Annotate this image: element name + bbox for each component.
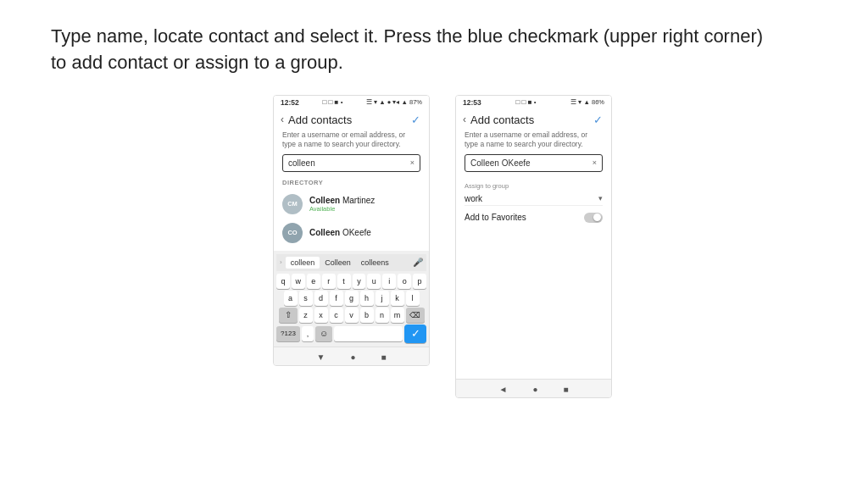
right-assign-group-section: Assign to group work ▾	[456, 179, 611, 208]
key-n[interactable]: n	[376, 308, 389, 323]
key-c[interactable]: c	[330, 308, 343, 323]
key-w[interactable]: w	[292, 274, 305, 289]
right-header-title: Add contacts	[470, 114, 534, 126]
key-b[interactable]: b	[360, 308, 374, 323]
left-contact-name-2: Colleen OKeefe	[309, 228, 371, 237]
key-x[interactable]: x	[314, 308, 328, 323]
left-nav-recents[interactable]: ■	[381, 352, 386, 362]
key-o[interactable]: o	[398, 274, 411, 289]
left-status-bar: 12:52 □ □ ■ • ☰ ▾ ▲ ● ▾◂ ▲ 87%	[274, 96, 429, 109]
key-m[interactable]: m	[391, 308, 404, 323]
key-u[interactable]: u	[367, 274, 381, 289]
right-assign-group-label: Assign to group	[465, 182, 603, 190]
left-subtitle: Enter a username or email address, or ty…	[274, 130, 429, 154]
right-favorites-label: Add to Favorites	[465, 213, 526, 222]
right-nav-bar-bottom: ◄ ● ■	[456, 379, 611, 397]
left-chevron-icon: ‹	[281, 114, 284, 125]
instruction-text: Type name, locate contact and select it.…	[51, 24, 780, 76]
left-nav-back[interactable]: ▼	[317, 352, 326, 362]
left-key-row-2: a s d f g h j k l	[276, 291, 426, 306]
left-contact-item-1[interactable]: CM Colleen Martinez Available	[274, 190, 429, 219]
right-status-bar: 12:53 □ □ ■ • ☰ ▾ ▲ 86%	[456, 96, 611, 109]
key-s[interactable]: s	[299, 291, 313, 306]
right-search-value: Colleen OKeefe	[470, 158, 531, 168]
right-group-name: work	[465, 194, 482, 203]
left-contact-avatar-1: CM	[282, 194, 303, 214]
left-contact-status-1: Available	[309, 205, 375, 213]
left-key-row-3: ⇧ z x c v b n m ⌫	[276, 308, 426, 323]
left-contact-name-1: Colleen Martinez	[309, 196, 375, 205]
right-clear-button[interactable]: ×	[593, 158, 597, 167]
left-nav-bar: ▼ ● ■	[274, 347, 429, 365]
right-time: 12:53	[463, 98, 481, 107]
left-suggestion-2[interactable]: Colleen	[320, 257, 356, 269]
left-time: 12:52	[281, 98, 299, 107]
key-e[interactable]: e	[307, 274, 320, 289]
left-suggestion-1[interactable]: colleen	[286, 257, 320, 269]
left-mic-icon[interactable]: 🎤	[413, 258, 423, 267]
left-app-header: ‹ Add contacts ✓	[274, 109, 429, 130]
right-chevron-icon: ‹	[463, 114, 466, 125]
key-j[interactable]: j	[376, 291, 389, 306]
key-d[interactable]: d	[314, 291, 328, 306]
left-signal: ☰ ▾ ▲ ● ▾◂ ▲ 87%	[366, 98, 422, 106]
right-nav-back[interactable]: ◄	[499, 385, 508, 394]
page-container: Type name, locate contact and select it.…	[0, 0, 868, 415]
right-subtitle: Enter a username or email address, or ty…	[456, 130, 611, 154]
left-header-title: Add contacts	[288, 114, 352, 126]
key-l[interactable]: l	[406, 291, 420, 306]
left-search-field[interactable]: colleen ×	[282, 154, 420, 172]
right-checkmark-icon[interactable]: ✓	[593, 114, 603, 126]
key-p[interactable]: p	[413, 274, 426, 289]
key-send[interactable]: ✓	[404, 324, 426, 343]
right-nav-recents[interactable]: ■	[563, 385, 568, 394]
key-r[interactable]: r	[322, 274, 336, 289]
key-q[interactable]: q	[276, 274, 290, 289]
left-contact-item-2[interactable]: CO Colleen OKeefe	[274, 219, 429, 247]
key-g[interactable]: g	[345, 291, 359, 306]
key-a[interactable]: a	[284, 291, 298, 306]
key-shift[interactable]: ⇧	[279, 308, 298, 323]
right-signal: ☰ ▾ ▲ 86%	[570, 98, 604, 106]
right-search-field[interactable]: Colleen OKeefe ×	[465, 154, 603, 172]
left-directory-label: DIRECTORY	[274, 179, 429, 190]
right-favorites-row: Add to Favorites	[456, 208, 611, 226]
left-contact-avatar-2: CO	[282, 223, 303, 243]
left-contact-info-2: Colleen OKeefe	[309, 228, 371, 237]
key-backspace[interactable]: ⌫	[406, 308, 425, 323]
left-phone-screen: 12:52 □ □ ■ • ☰ ▾ ▲ ● ▾◂ ▲ 87% ‹ Add con…	[273, 95, 430, 366]
left-keyboard-bottom-row: ?123 , ☺ ✓	[276, 324, 426, 343]
left-clear-button[interactable]: ×	[410, 158, 415, 167]
right-phone-screen: 12:53 □ □ ■ • ☰ ▾ ▲ 86% ‹ Add contacts ✓…	[455, 95, 612, 398]
key-f[interactable]: f	[330, 291, 343, 306]
key-k[interactable]: k	[391, 291, 404, 306]
key-num[interactable]: ?123	[276, 326, 300, 341]
left-keyboard-suggestions: › colleen Colleen colleens 🎤	[276, 254, 426, 271]
right-app-header: ‹ Add contacts ✓	[456, 109, 611, 130]
left-search-value: colleen	[288, 158, 315, 168]
screenshots-row: 12:52 □ □ ■ • ☰ ▾ ▲ ● ▾◂ ▲ 87% ‹ Add con…	[51, 95, 834, 398]
key-z[interactable]: z	[299, 308, 313, 323]
right-status-icons-left: □ □ ■ •	[516, 98, 537, 106]
key-v[interactable]: v	[345, 308, 359, 323]
key-i[interactable]: i	[382, 274, 396, 289]
left-suggestion-arrow: ›	[280, 258, 282, 266]
key-h[interactable]: h	[360, 291, 374, 306]
right-group-selector[interactable]: work ▾	[465, 192, 603, 206]
right-back-arrow[interactable]: ‹ Add contacts	[463, 114, 534, 126]
left-checkmark-icon[interactable]: ✓	[411, 114, 420, 126]
left-status-icons-left: □ □ ■ •	[322, 98, 342, 106]
right-dropdown-arrow-icon: ▾	[598, 194, 603, 202]
key-y[interactable]: y	[353, 274, 366, 289]
left-nav-home[interactable]: ●	[350, 352, 355, 362]
right-favorites-toggle[interactable]	[584, 213, 603, 223]
key-emoji[interactable]: ☺	[315, 326, 332, 341]
key-t[interactable]: t	[337, 274, 351, 289]
left-back-arrow[interactable]: ‹ Add contacts	[281, 114, 352, 126]
left-suggestion-3[interactable]: colleens	[356, 257, 394, 269]
right-nav-home[interactable]: ●	[532, 385, 537, 394]
key-comma[interactable]: ,	[302, 326, 314, 341]
key-space[interactable]	[334, 326, 403, 341]
left-key-row-1: q w e r t y u i o p	[276, 274, 426, 289]
left-keyboard: › colleen Colleen colleens 🎤 q w e r t y…	[274, 251, 429, 347]
